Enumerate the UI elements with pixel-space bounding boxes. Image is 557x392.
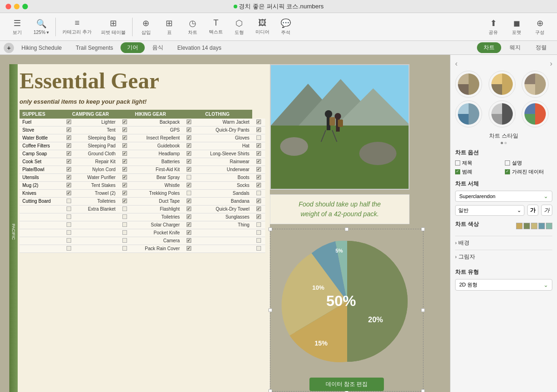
compose-button[interactable]: ⊕ 구성 [528,16,551,38]
pivot-icon: ⊞ [110,18,117,28]
insert-button[interactable]: ⊕ 삽입 [134,16,158,38]
minimize-button[interactable] [14,4,20,9]
color-swatch-3[interactable] [531,223,537,229]
table-row: Camera [20,237,265,245]
dot-1[interactable] [501,142,503,144]
shadow-accordion[interactable]: › 그림자 [455,250,552,264]
comment-button[interactable]: 💬 주석 [274,16,297,38]
tab-trail-segments[interactable]: Trail Segments [69,43,120,53]
zoom-control[interactable]: 🔍 125% ▾ [29,17,54,37]
category-add-button[interactable]: ≡ 카테고리 추가 [58,16,96,37]
color-swatch-4[interactable] [538,223,545,229]
caption-text: Food should take up half theweight of a … [280,199,400,219]
title-checkbox[interactable] [455,160,460,166]
resize-handle-tr[interactable] [421,227,425,231]
font-italic-button[interactable]: 가 [541,205,552,216]
hidden-checkbox[interactable] [505,169,510,174]
panel-tab-sort[interactable]: 정렬 [529,42,553,53]
saved-indicator [233,5,237,8]
shape-button[interactable]: ⬡ 도형 [228,16,251,38]
table-row: Fuel Lighter Backpack Warm Jacket [20,119,265,126]
toolbar-right: ⬆ 공유 ◼ 포맷 ⊕ 구성 [482,16,551,38]
chart-style-prev[interactable]: ‹ [455,60,457,68]
panel-tab-chart[interactable]: 차트 [477,42,501,53]
category-checkbox[interactable] [455,169,460,174]
resize-handle-bl[interactable] [268,389,272,392]
font-style-dropdown[interactable]: 일반 ⌄ [455,205,524,216]
chart-type-section: 차트 유형 2D 원형 ⌄ [455,268,552,291]
resize-handle-r[interactable] [421,308,425,312]
panel-tab-wedge[interactable]: 웨지 [503,42,527,53]
chart-type-title: 차트 유형 [455,268,552,276]
dropdown-arrow: ⌄ [544,193,548,199]
color-swatch-5[interactable] [546,223,552,229]
dot-2[interactable] [504,142,507,144]
table-button[interactable]: ⊞ 표 [158,16,181,38]
resize-handle-br[interactable] [421,389,425,392]
share-icon: ⬆ [490,18,497,28]
add-sheet-button[interactable]: + [4,43,14,53]
svg-text:10%: 10% [312,284,324,291]
legend-label-checkbox[interactable] [505,160,510,166]
chart-button[interactable]: ◷ 차트 [181,16,204,38]
chart-font-title: 차트 서체 [455,180,552,188]
pie-chart-container[interactable]: 50% 20% 15% 10% 5% 데이터 참조 편집 [270,229,423,392]
table-row: Solar Charger Thing [20,221,265,229]
format-button[interactable]: ◼ 포맷 [505,16,528,38]
font-family-dropdown[interactable]: Superclarendon ⌄ [455,191,552,202]
caption-box: Food should take up half theweight of a … [270,194,409,224]
text-button[interactable]: T 텍스트 [204,16,228,37]
chart-style-next[interactable]: › [550,60,552,68]
table-row: Plate/Bowl Nylon Cord First-Aid Kit Unde… [20,166,265,173]
chart-type-dropdown[interactable]: 2D 원형 ⌄ [455,279,552,291]
resize-handle-tl[interactable] [268,227,272,231]
table-row: Toiletries Sunglasses [20,213,265,221]
font-bold-button[interactable]: 가 [527,205,538,216]
svg-point-8 [325,110,332,118]
color-swatch-1[interactable] [516,223,523,229]
zoom-icon: 🔍 [36,19,47,29]
table-row: Coffee Filters Sleeping Pad Guidebook Ha… [20,142,265,150]
chart-edit-button[interactable]: 데이터 참조 편집 [309,378,384,391]
tab-food[interactable]: 음식 [146,42,170,53]
traffic-lights[interactable] [6,4,28,9]
toolbar-divider-1 [55,18,56,36]
col-camping: CAMPING GEAR [63,110,119,119]
chart-style-4[interactable] [455,100,482,127]
tab-hiking-schedule[interactable]: Hiking Schedule [15,43,68,53]
chart-style-2[interactable] [489,71,516,98]
share-button[interactable]: ⬆ 공유 [482,16,505,38]
table-row: Utensils Water Purifier Bear Spray Boots [20,173,265,181]
background-arrow: › [455,240,456,246]
resize-handle-t[interactable] [345,227,349,231]
chart-style-1[interactable] [455,71,482,98]
pivot-table-button[interactable]: ⊞ 피벗 테이블 [96,16,130,38]
view-button[interactable]: ☰ 보기 [6,16,29,38]
table-row: Cook Set Repair Kit Batteries Rainwear [20,158,265,166]
tab-elevation[interactable]: Elevation 14 days [171,43,228,53]
color-swatch-2[interactable] [523,223,530,229]
chart-style-6[interactable] [522,100,549,127]
chart-style-5[interactable] [489,100,516,127]
media-button[interactable]: 🖼 미디어 [251,16,274,37]
chart-font-section: 차트 서체 Superclarendon ⌄ 일반 ⌄ 가 가 [455,180,552,216]
chart-style-3[interactable] [522,71,549,98]
table-row: Pocket Knife [20,229,265,237]
shape-icon: ⬡ [235,18,243,28]
page-content: Essential Gear only essential items to k… [9,64,270,258]
gear-table: SUPPLIES CAMPING GEAR HIKING GEAR CLOTHI… [20,110,265,253]
photo-frame [270,64,409,190]
option-legend: 설명 [505,159,553,166]
tab-gear[interactable]: 기어 [121,42,145,53]
close-button[interactable] [6,4,11,9]
background-accordion[interactable]: › 배경 [455,236,552,250]
option-category: 범례 [455,168,503,175]
right-panel: ‹ › [450,55,557,392]
svg-text:20%: 20% [368,316,383,324]
font-style-arrow: ⌄ [517,207,521,213]
maximize-button[interactable] [22,4,28,9]
svg-text:5%: 5% [336,248,343,253]
svg-point-10 [335,113,341,120]
svg-rect-14 [338,120,343,127]
resize-handle-l[interactable] [268,308,272,312]
